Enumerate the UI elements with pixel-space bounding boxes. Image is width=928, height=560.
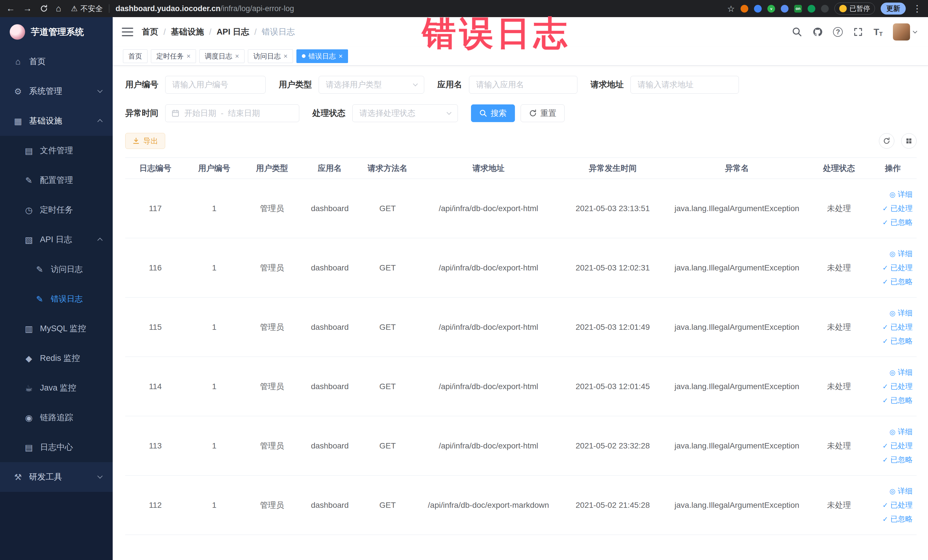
tools-icon: ⚒ [11, 472, 24, 482]
sidebar-item-file[interactable]: ▤ 文件管理 [0, 136, 113, 165]
sidebar-item-redis[interactable]: ◆ Redis 监控 [0, 343, 113, 373]
user-id-input[interactable] [165, 76, 266, 93]
processed-link[interactable]: ✓已处理 [882, 500, 913, 510]
extension-icon[interactable]: v [768, 5, 775, 12]
close-icon[interactable]: × [186, 52, 191, 60]
tab-job-log[interactable]: 调度日志 × [199, 49, 244, 63]
request-url-input[interactable] [630, 76, 739, 93]
close-icon[interactable]: × [235, 52, 239, 60]
close-icon[interactable]: × [284, 52, 288, 60]
breadcrumb-api-log[interactable]: API 日志 [217, 26, 249, 38]
font-size-icon[interactable]: TT [873, 27, 883, 37]
sidebar-item-error-log[interactable]: ✎ 错误日志 [0, 284, 113, 314]
end-date-placeholder: 结束日期 [228, 108, 260, 119]
check-icon: ✓ [882, 501, 888, 509]
sidebar-item-log-center[interactable]: ▤ 日志中心 [0, 432, 113, 462]
ignored-link[interactable]: ✓已忽略 [882, 217, 913, 227]
github-icon[interactable] [812, 27, 823, 37]
menu-label: 配置管理 [40, 175, 73, 186]
extension-icon[interactable] [754, 5, 762, 12]
tab-job[interactable]: 定时任务 × [151, 49, 196, 63]
menu-label: 文件管理 [40, 145, 73, 156]
column-settings-button[interactable] [901, 133, 917, 149]
detail-link[interactable]: ◎详细 [890, 368, 913, 377]
ignored-link[interactable]: ✓已忽略 [882, 455, 913, 465]
check-icon: ✓ [882, 278, 888, 286]
breadcrumb-home[interactable]: 首页 [142, 26, 158, 38]
processed-link[interactable]: ✓已处理 [882, 263, 913, 273]
tab-access-log[interactable]: 访问日志 × [248, 49, 293, 63]
address-bar[interactable]: dashboard.yudao.iocoder.cn/infra/log/api… [116, 4, 294, 13]
chrome-right-controls: ☆ v on 已暂停 更新 ⋮ [727, 3, 922, 15]
user-menu[interactable] [893, 23, 917, 41]
sidebar-item-job[interactable]: ◷ 定时任务 [0, 195, 113, 225]
close-icon[interactable]: × [339, 52, 343, 60]
app-name-input[interactable] [469, 76, 577, 93]
extension-icon[interactable] [821, 5, 829, 12]
sidebar-item-trace[interactable]: ◉ 链路追踪 [0, 403, 113, 432]
kebab-menu-icon[interactable]: ⋮ [913, 3, 922, 14]
back-icon[interactable]: ← [6, 3, 15, 14]
tab-error-log[interactable]: 错误日志 × [296, 49, 348, 63]
exception-time-label: 异常时间 [125, 108, 158, 119]
hamburger-icon[interactable] [122, 27, 133, 36]
request-url-label: 请求地址 [591, 79, 624, 90]
header-actions: ? TT [792, 23, 917, 41]
status-select[interactable]: 请选择处理状态 [352, 104, 458, 122]
detail-link[interactable]: ◎详细 [890, 486, 913, 496]
date-range-picker[interactable]: 开始日期 - 结束日期 [165, 104, 299, 122]
reload-icon[interactable] [40, 5, 48, 12]
database-icon: ▥ [22, 324, 35, 334]
paused-badge[interactable]: 已暂停 [835, 3, 875, 15]
check-icon: ✓ [882, 456, 888, 464]
user-type-select[interactable]: 请选择用户类型 [319, 76, 424, 93]
processed-link[interactable]: ✓已处理 [882, 322, 913, 332]
search-button[interactable]: 搜索 [471, 104, 515, 122]
tab-home[interactable]: 首页 [123, 49, 148, 63]
logo[interactable]: 芋道管理系统 [0, 17, 113, 47]
home-icon[interactable]: ⌂ [56, 3, 61, 14]
breadcrumb-infra[interactable]: 基础设施 [171, 26, 204, 38]
detail-link[interactable]: ◎详细 [890, 189, 913, 200]
ignored-link[interactable]: ✓已忽略 [882, 514, 913, 524]
ignored-link[interactable]: ✓已忽略 [882, 277, 913, 287]
processed-link[interactable]: ✓已处理 [882, 203, 913, 214]
sidebar-item-system[interactable]: ⚙ 系统管理 [0, 76, 113, 106]
sidebar-item-mysql[interactable]: ▥ MySQL 监控 [0, 314, 113, 343]
sidebar-item-home[interactable]: ⌂ 首页 [0, 47, 113, 76]
fullscreen-icon[interactable] [853, 27, 863, 37]
bookmark-star-icon[interactable]: ☆ [727, 4, 735, 14]
extension-icon[interactable]: on [794, 5, 802, 12]
reset-button[interactable]: 重置 [520, 104, 565, 122]
detail-link[interactable]: ◎详细 [890, 308, 913, 318]
extension-icon[interactable] [781, 5, 789, 12]
sidebar-item-config[interactable]: ✎ 配置管理 [0, 165, 113, 195]
help-icon[interactable]: ? [833, 27, 843, 37]
table-row: 113 1 管理员 dashboard GET /api/infra/db-do… [125, 416, 917, 476]
sidebar-item-java[interactable]: ☕ Java 监控 [0, 373, 113, 403]
processed-link[interactable]: ✓已处理 [882, 381, 913, 391]
infrastructure-icon: ▦ [11, 116, 24, 126]
eye-icon: ◎ [890, 369, 896, 377]
url-domain: dashboard.yudao.iocoder.cn [116, 4, 221, 13]
active-dot-icon [302, 54, 305, 58]
sidebar-item-infra[interactable]: ▦ 基础设施 [0, 106, 113, 136]
search-icon[interactable] [792, 27, 802, 37]
extension-icon[interactable] [807, 5, 815, 12]
sidebar-item-access-log[interactable]: ✎ 访问日志 [0, 255, 113, 284]
ignored-link[interactable]: ✓已忽略 [882, 395, 913, 405]
sidebar-item-api-log[interactable]: ▧ API 日志 [0, 225, 113, 255]
refresh-table-button[interactable] [879, 133, 894, 149]
processed-link[interactable]: ✓已处理 [882, 441, 913, 451]
extension-icon[interactable] [740, 5, 748, 12]
eye-icon: ◎ [890, 191, 896, 198]
ignored-link[interactable]: ✓已忽略 [882, 336, 913, 346]
app-title: 芋道管理系统 [31, 26, 84, 38]
export-button[interactable]: 导出 [125, 133, 165, 149]
sidebar-item-dev-tools[interactable]: ⚒ 研发工具 [0, 462, 113, 492]
detail-link[interactable]: ◎详细 [890, 427, 913, 437]
forward-icon[interactable]: → [23, 3, 32, 14]
detail-link[interactable]: ◎详细 [890, 249, 913, 259]
update-button[interactable]: 更新 [881, 3, 906, 15]
security-indicator[interactable]: ⚠ 不安全 [71, 4, 103, 14]
